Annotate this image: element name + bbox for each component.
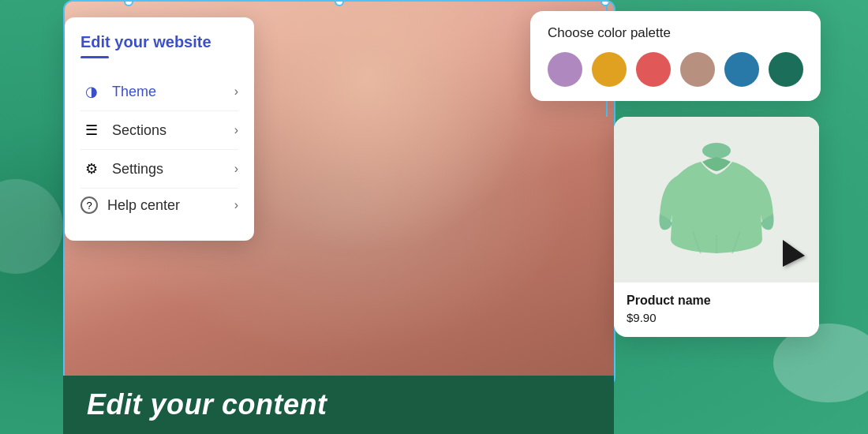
- swatch-blue[interactable]: [724, 52, 759, 87]
- swatch-yellow[interactable]: [592, 52, 627, 87]
- color-palette-panel: Choose color palette: [530, 11, 821, 101]
- product-info: Product name $9.90: [614, 282, 819, 337]
- sections-label: Sections: [112, 122, 234, 139]
- cursor-icon: [783, 240, 805, 267]
- help-icon: ?: [80, 196, 98, 214]
- edit-menu-panel: Edit your website ◑ Theme › ☰ Sections ›…: [65, 17, 254, 241]
- banner-text: Edit your content: [87, 388, 327, 421]
- menu-item-settings[interactable]: ⚙ Settings ›: [80, 150, 238, 189]
- theme-chevron-icon: ›: [234, 84, 238, 99]
- palette-swatches-container: [548, 52, 803, 87]
- swatch-brown[interactable]: [680, 52, 715, 87]
- svg-point-0: [702, 143, 731, 159]
- product-image-area: [614, 117, 819, 282]
- settings-label: Settings: [112, 161, 234, 178]
- sections-icon: ☰: [80, 119, 103, 141]
- blouse-illustration: [653, 129, 780, 271]
- product-name: Product name: [627, 294, 806, 308]
- settings-icon: ⚙: [80, 158, 103, 180]
- menu-item-help[interactable]: ? Help center ›: [80, 189, 238, 222]
- edit-menu-title: Edit your website: [80, 33, 238, 51]
- settings-chevron-icon: ›: [234, 162, 238, 176]
- swatch-purple[interactable]: [548, 52, 582, 87]
- swatch-teal[interactable]: [769, 52, 803, 87]
- help-chevron-icon: ›: [234, 198, 238, 212]
- product-price: $9.90: [627, 311, 806, 324]
- theme-label: Theme: [112, 84, 234, 100]
- bottom-banner: Edit your content: [63, 376, 614, 434]
- sections-chevron-icon: ›: [234, 123, 238, 137]
- edit-menu-underline: [80, 56, 109, 58]
- theme-icon: ◑: [80, 80, 103, 103]
- palette-title: Choose color palette: [548, 25, 803, 41]
- menu-item-sections[interactable]: ☰ Sections ›: [80, 111, 238, 150]
- swatch-coral[interactable]: [636, 52, 671, 87]
- help-label: Help center: [107, 197, 234, 214]
- menu-item-theme[interactable]: ◑ Theme ›: [80, 73, 238, 111]
- product-card: Product name $9.90: [614, 117, 819, 337]
